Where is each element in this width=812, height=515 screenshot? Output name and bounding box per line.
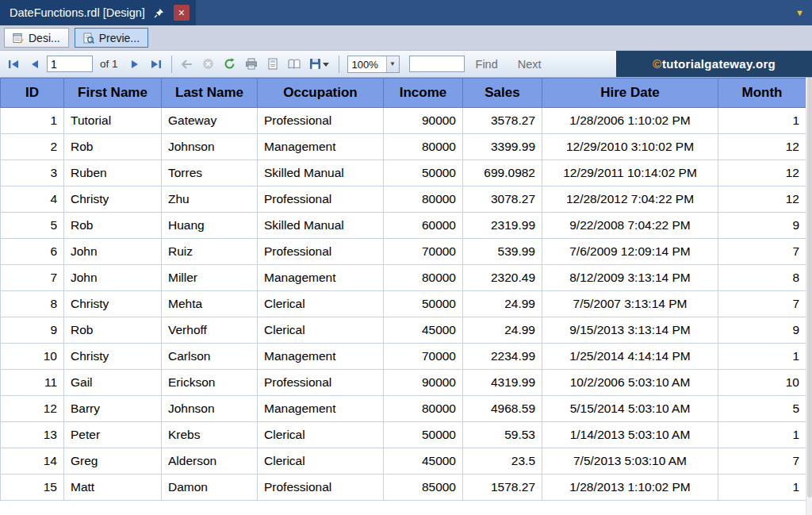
table-row: 13PeterKrebsClerical5000059.531/14/2013 … xyxy=(1,422,806,448)
next-page-icon xyxy=(130,60,140,69)
tab-design-label: Desi... xyxy=(29,32,60,44)
table-row: 7JohnMillerManagement800002320.498/12/20… xyxy=(1,265,806,291)
table-cell: Peter xyxy=(64,422,162,448)
table-cell: 1 xyxy=(718,422,806,448)
page-setup-button[interactable] xyxy=(285,55,304,74)
table-cell: 11 xyxy=(1,370,64,396)
table-row: 15MattDamonProfessional850001578.271/28/… xyxy=(1,475,806,501)
table-cell: 90000 xyxy=(384,370,463,396)
table-cell: 7 xyxy=(718,448,806,475)
table-cell: 7 xyxy=(718,239,806,265)
table-cell: Management xyxy=(258,344,384,370)
table-cell: Carlson xyxy=(162,344,258,370)
design-icon xyxy=(13,33,24,44)
column-header: Sales xyxy=(463,79,542,108)
zoom-dropdown-icon: ▼ xyxy=(386,56,399,72)
table-row: 3RubenTorresSkilled Manual50000699.09821… xyxy=(1,160,806,186)
last-page-icon xyxy=(151,60,162,69)
find-input[interactable] xyxy=(409,56,465,72)
column-header: Occupation xyxy=(258,79,384,108)
watermark-site: tutorialgateway.org xyxy=(662,57,776,71)
report-table-body: 1TutorialGatewayProfessional900003578.27… xyxy=(1,108,806,501)
export-save-icon xyxy=(309,58,321,70)
table-cell: 10 xyxy=(1,344,64,370)
table-cell: Mehta xyxy=(162,291,258,317)
table-cell: Clerical xyxy=(258,317,384,344)
table-cell: 70000 xyxy=(384,344,463,370)
back-button[interactable] xyxy=(178,55,197,74)
table-cell: 80000 xyxy=(384,186,463,213)
table-cell: 23.5 xyxy=(463,448,542,475)
table-cell: 1/28/2013 1:10:02 PM xyxy=(542,475,718,501)
zoom-value: 100% xyxy=(348,56,386,72)
table-cell: 1578.27 xyxy=(463,475,542,501)
table-cell: 10/2/2006 5:03:10 AM xyxy=(542,370,718,396)
column-header: First Name xyxy=(64,79,162,108)
page-number-input[interactable] xyxy=(47,56,93,72)
back-icon xyxy=(181,60,193,69)
previous-page-icon xyxy=(30,60,40,69)
last-page-button[interactable] xyxy=(147,55,166,74)
table-cell: 9/15/2013 3:13:14 PM xyxy=(542,317,718,344)
app-window: DateFunctions.rdl [Design] × ▼ Desi... xyxy=(0,0,812,515)
print-layout-button[interactable] xyxy=(263,55,282,74)
table-cell: 9 xyxy=(1,317,64,344)
table-cell: Management xyxy=(258,265,384,291)
first-page-button[interactable] xyxy=(4,55,23,74)
table-cell: 8/12/2009 3:13:14 PM xyxy=(542,265,718,291)
tab-design[interactable]: Desi... xyxy=(4,28,69,48)
print-icon xyxy=(245,58,258,70)
export-button[interactable] xyxy=(306,55,333,74)
window-dropdown-icon[interactable]: ▼ xyxy=(795,0,812,25)
table-row: 11GailEricksonProfessional900004319.9910… xyxy=(1,370,806,396)
table-cell: Ruiz xyxy=(162,239,258,265)
stop-button[interactable] xyxy=(199,55,218,74)
next-page-button[interactable] xyxy=(125,55,144,74)
table-row: 9RobVerhoffClerical4500024.999/15/2013 3… xyxy=(1,317,806,344)
find-button[interactable]: Find xyxy=(476,58,498,71)
pin-icon[interactable] xyxy=(152,6,167,20)
print-button[interactable] xyxy=(242,55,261,74)
document-tab[interactable]: DateFunctions.rdl [Design] × xyxy=(0,0,196,25)
table-cell: 7 xyxy=(718,291,806,317)
tab-preview[interactable]: Previe... xyxy=(75,28,148,48)
close-icon[interactable]: × xyxy=(174,5,190,21)
refresh-icon xyxy=(224,58,236,70)
table-cell: 2319.99 xyxy=(463,213,542,239)
table-cell: 45000 xyxy=(384,448,463,475)
table-cell: 45000 xyxy=(384,317,463,344)
column-header: ID xyxy=(1,79,64,108)
scrollbar-thumb[interactable] xyxy=(807,78,812,498)
table-cell: Christy xyxy=(64,344,162,370)
refresh-button[interactable] xyxy=(220,55,239,74)
table-cell: Zhu xyxy=(162,186,258,213)
toolbar-separator xyxy=(171,56,172,73)
table-cell: 24.99 xyxy=(463,317,542,344)
table-cell: Skilled Manual xyxy=(258,213,384,239)
table-cell: Skilled Manual xyxy=(258,160,384,186)
table-cell: 60000 xyxy=(384,213,463,239)
zoom-select[interactable]: 100% ▼ xyxy=(347,56,400,73)
find-next-button[interactable]: Next xyxy=(518,58,542,71)
export-dropdown-icon xyxy=(323,62,329,67)
previous-page-button[interactable] xyxy=(25,55,44,74)
table-cell: Matt xyxy=(64,475,162,501)
titlebar-spacer xyxy=(196,0,795,25)
table-cell: Krebs xyxy=(162,422,258,448)
table-cell: 50000 xyxy=(384,160,463,186)
watermark: © tutorialgateway.org xyxy=(616,51,812,77)
vertical-scrollbar[interactable] xyxy=(806,78,812,515)
report-toolbar: of 1 xyxy=(0,51,812,78)
table-cell: 70000 xyxy=(384,239,463,265)
table-cell: 8 xyxy=(1,291,64,317)
table-cell: 7/5/2013 5:03:10 AM xyxy=(542,448,718,475)
table-cell: Professional xyxy=(258,475,384,501)
table-cell: Clerical xyxy=(258,448,384,475)
table-cell: 9 xyxy=(718,317,806,344)
stop-icon xyxy=(202,58,214,70)
table-cell: Gail xyxy=(64,370,162,396)
table-row: 2RobJohnsonManagement800003399.9912/29/2… xyxy=(1,134,806,160)
table-cell: John xyxy=(64,265,162,291)
table-cell: 6 xyxy=(1,239,64,265)
page-count-label: of 1 xyxy=(100,58,118,70)
